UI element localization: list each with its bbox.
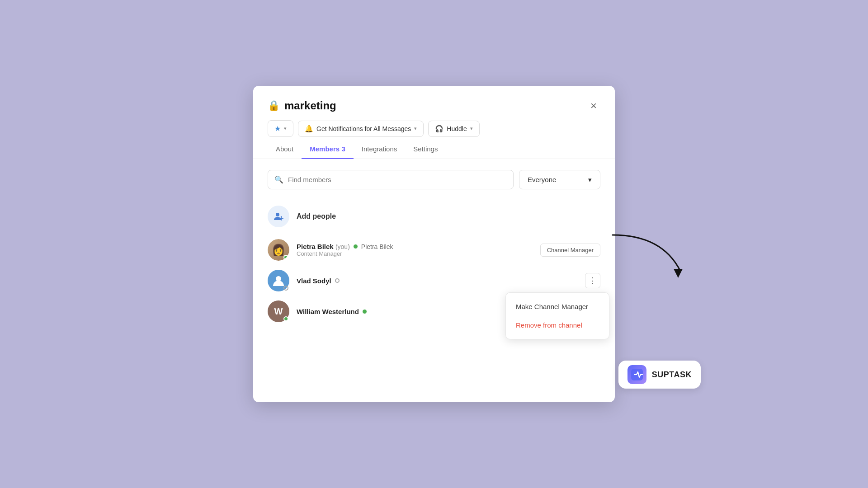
online-dot-william (363, 310, 367, 314)
modal-body: 🔍 Everyone ▾ (253, 159, 615, 338)
member-full-name-pietra: Pietra Bilek (361, 243, 393, 250)
modal-title-row: 🔒 marketing (268, 99, 336, 112)
modal-header: 🔒 marketing × (253, 86, 615, 113)
status-dot-william (283, 316, 288, 321)
svg-marker-4 (674, 269, 683, 278)
tabs: About Members3 Integrations Settings (253, 139, 615, 159)
more-button-vlad[interactable]: ⋮ (585, 273, 600, 288)
member-row-pietra: 👩 Pietra Bilek (you) Pietra Bilek Conten… (268, 235, 600, 265)
star-chevron-icon: ▾ (284, 126, 287, 131)
lock-icon: 🔒 (268, 100, 280, 112)
member-list: Add people 👩 Pietra Bilek (you) (268, 200, 600, 327)
member-info-pietra: Pietra Bilek (you) Pietra Bilek Content … (297, 243, 533, 257)
vlad-row-wrap: Vlad Sodyl ⋮ Make Channel Manager Remove… (268, 265, 600, 296)
make-channel-manager-item[interactable]: Make Channel Manager (506, 297, 609, 316)
suptask-badge: SUPTASK (618, 361, 701, 389)
away-dot-vlad (335, 278, 340, 283)
member-name-vlad: Vlad Sodyl (297, 277, 331, 285)
member-name-william: William Westerlund (297, 308, 359, 315)
tab-members[interactable]: Members3 (302, 139, 354, 159)
huddle-chevron-icon: ▾ (470, 126, 473, 131)
toolbar: ★ ▾ 🔔 Get Notifications for All Messages… (253, 113, 615, 137)
member-name-pietra: Pietra Bilek (you) (297, 243, 350, 250)
remove-from-channel-item[interactable]: Remove from channel (506, 316, 609, 334)
status-dot-pietra (283, 255, 288, 260)
arrow-annotation (608, 230, 698, 286)
search-input-wrap: 🔍 (268, 170, 514, 189)
star-button[interactable]: ★ ▾ (268, 120, 293, 137)
tab-about[interactable]: About (268, 139, 302, 159)
star-icon: ★ (274, 124, 281, 133)
online-dot-pietra (354, 244, 358, 249)
close-button[interactable]: × (587, 99, 600, 113)
filter-dropdown[interactable]: Everyone ▾ (519, 170, 600, 189)
tab-integrations[interactable]: Integrations (354, 139, 405, 159)
search-icon: 🔍 (274, 175, 283, 184)
filter-label: Everyone (528, 176, 556, 183)
svg-point-0 (276, 213, 279, 216)
member-info-vlad: Vlad Sodyl (297, 277, 578, 285)
notifications-label: Get Notifications for All Messages (316, 125, 411, 132)
add-people-row[interactable]: Add people (268, 200, 600, 235)
filter-chevron-icon: ▾ (588, 176, 592, 184)
notifications-chevron-icon: ▾ (414, 126, 417, 131)
avatar-vlad-wrap (268, 270, 289, 291)
suptask-label: SUPTASK (652, 370, 692, 380)
context-menu: Make Channel Manager Remove from channel (505, 292, 609, 339)
avatar-william-wrap: W (268, 300, 289, 322)
avatar-pietra: 👩 (268, 239, 289, 261)
tab-settings[interactable]: Settings (405, 139, 446, 159)
add-people-label: Add people (297, 212, 336, 221)
modal-title: marketing (284, 99, 336, 112)
member-row-vlad: Vlad Sodyl ⋮ (268, 265, 600, 296)
modal-overlay: 🔒 marketing × ★ ▾ 🔔 Get Notifications fo… (0, 0, 868, 488)
huddle-label: Huddle (447, 125, 467, 132)
notifications-button[interactable]: 🔔 Get Notifications for All Messages ▾ (298, 121, 424, 137)
search-filter-row: 🔍 Everyone ▾ (268, 170, 600, 189)
add-people-icon (268, 206, 289, 227)
modal: 🔒 marketing × ★ ▾ 🔔 Get Notifications fo… (253, 86, 615, 402)
bell-icon: 🔔 (305, 125, 313, 133)
huddle-button[interactable]: 🎧 Huddle ▾ (428, 121, 479, 137)
status-dot-vlad (283, 286, 288, 291)
member-role-pietra: Content Manager (297, 250, 533, 257)
suptask-icon (627, 365, 646, 384)
channel-manager-badge: Channel Manager (540, 244, 600, 257)
headphone-icon: 🎧 (435, 125, 443, 133)
search-input[interactable] (288, 170, 507, 189)
